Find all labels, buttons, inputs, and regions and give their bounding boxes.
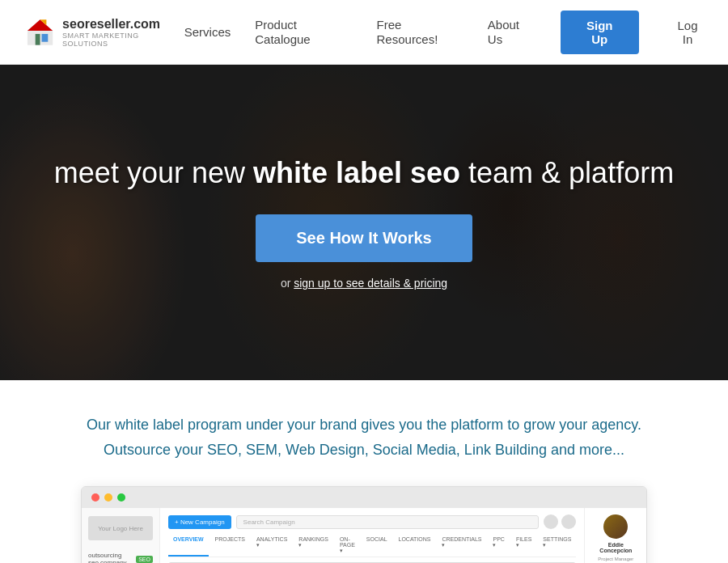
sidebar-item-1-label: outsourcing seo company (88, 552, 133, 563)
signup-button-item[interactable]: Sign Up (561, 11, 639, 54)
sidebar-logo-placeholder: Your Logo Here (88, 516, 153, 540)
sidebar-item-1[interactable]: outsourcing seo company SEO (88, 548, 153, 563)
tab-locations[interactable]: LOCATIONS (394, 534, 436, 557)
hero-content: meet your new white label seo team & pla… (0, 155, 728, 290)
svg-rect-3 (41, 33, 48, 41)
description-line1: Our white label program under your brand… (87, 417, 641, 433)
dashboard-top-icons (544, 514, 576, 529)
logo-area: seoreseller.com SMART MARKETING SOLUTION… (24, 16, 184, 49)
description-section: Our white label program under your brand… (0, 380, 728, 486)
profile-name: Eddie Concepcion (591, 542, 640, 553)
signup-button[interactable]: Sign Up (561, 11, 639, 54)
svg-rect-2 (36, 33, 40, 44)
titlebar-dot-red (91, 493, 99, 502)
search-campaign-input[interactable]: Search Campaign (236, 515, 540, 529)
hero-sub-link[interactable]: sign up to see details & pricing (294, 277, 447, 290)
tab-onpage[interactable]: ON-PAGE ▾ (335, 534, 360, 557)
nav-links: Services Product Catalogue Free Resource… (184, 11, 704, 54)
nav-item-about-us[interactable]: About Us (488, 18, 536, 47)
tab-credentials[interactable]: CREDENTIALS ▾ (437, 534, 486, 557)
dashboard-icon-bell (561, 514, 576, 529)
logo-icon (24, 16, 56, 49)
titlebar-dot-yellow (104, 493, 112, 502)
description-line2: Outsource your SEO, SEM, Web Design, Soc… (104, 442, 624, 458)
tab-settings[interactable]: SETTINGS ▾ (538, 534, 576, 557)
login-button-item[interactable]: Log In (663, 19, 704, 46)
svg-marker-1 (28, 19, 53, 31)
dashboard-titlebar (82, 487, 646, 508)
hero-title: meet your new white label seo team & pla… (32, 155, 696, 190)
hero-sub-static: or (281, 277, 294, 290)
tab-rankings[interactable]: RANKINGS ▾ (294, 534, 333, 557)
tab-files[interactable]: FILES ▾ (511, 534, 536, 557)
description-text: Our white label program under your brand… (49, 413, 679, 462)
dashboard-icon-globe (544, 514, 558, 529)
tab-ppc[interactable]: PPC ▾ (488, 534, 509, 557)
sidebar-badge-1: SEO (136, 556, 153, 563)
dashboard-sidebar: Your Logo Here outsourcing seo company S… (82, 508, 160, 563)
logo-name: seoreseller.com (62, 17, 184, 32)
hero-subtext: or sign up to see details & pricing (32, 277, 696, 290)
logo-tagline: SMART MARKETING SOLUTIONS (62, 32, 184, 48)
nav-item-services[interactable]: Services (184, 25, 231, 40)
new-campaign-button[interactable]: + New Campaign (168, 515, 231, 529)
dashboard-tabs: OVERVIEW PROJECTS ANALYTICS ▾ RANKINGS ▾… (168, 534, 576, 557)
cta-button[interactable]: See How It Works (256, 214, 472, 262)
hero-section: meet your new white label seo team & pla… (0, 65, 728, 380)
tab-social[interactable]: SOCIAL (362, 534, 392, 557)
dashboard-topbar: + New Campaign Search Campaign (168, 514, 576, 529)
titlebar-dot-green (117, 493, 125, 502)
profile-role: Project Manager (598, 557, 633, 561)
navbar: seoreseller.com SMART MARKETING SOLUTION… (0, 0, 728, 65)
dashboard-preview: Your Logo Here outsourcing seo company S… (0, 486, 728, 563)
hero-title-bold: white label seo (253, 156, 460, 189)
nav-item-product-catalogue[interactable]: Product Catalogue (255, 18, 352, 47)
tab-analytics[interactable]: ANALYTICS ▾ (252, 534, 292, 557)
dashboard-body: Your Logo Here outsourcing seo company S… (82, 508, 646, 563)
dashboard-main: + New Campaign Search Campaign OVERVIEW … (160, 508, 584, 563)
tab-overview[interactable]: OVERVIEW (168, 534, 209, 557)
logo-text: seoreseller.com SMART MARKETING SOLUTION… (62, 17, 184, 48)
nav-item-free-resources[interactable]: Free Resources! (377, 18, 463, 47)
hero-title-part2: team & platform (460, 156, 674, 189)
profile-avatar (603, 514, 628, 539)
login-button[interactable]: Log In (671, 19, 704, 46)
tab-projects[interactable]: PROJECTS (210, 534, 250, 557)
hero-title-part1: meet your new (54, 156, 253, 189)
dashboard-frame: Your Logo Here outsourcing seo company S… (81, 486, 647, 563)
dashboard-profile-area: Eddie Concepcion Project Manager (584, 508, 646, 563)
